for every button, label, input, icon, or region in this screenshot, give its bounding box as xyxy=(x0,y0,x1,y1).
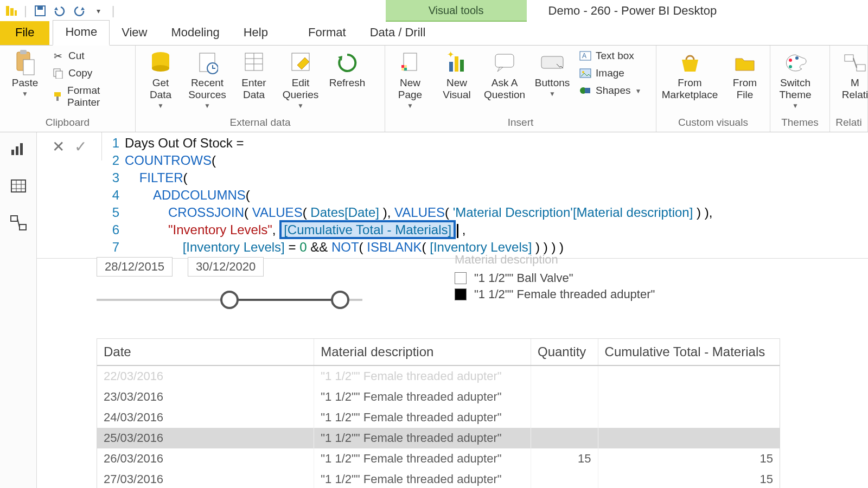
col-header-quantity[interactable]: Quantity xyxy=(531,339,598,365)
group-label-themes: Themes xyxy=(770,115,829,132)
get-data-label: Get Data xyxy=(150,77,171,101)
tab-file[interactable]: File xyxy=(0,21,49,45)
table-row[interactable]: 22/03/2016"1 1/2"" Female threaded adupt… xyxy=(97,365,780,387)
commit-formula-icon[interactable]: ✓ xyxy=(74,138,87,156)
redo-icon[interactable] xyxy=(73,4,86,17)
palette-icon xyxy=(782,50,808,76)
tab-home[interactable]: Home xyxy=(53,20,110,46)
save-icon[interactable] xyxy=(34,4,47,17)
dax-editor[interactable]: 1Days Out Of Stock = 2COUNTROWS( 3 FILTE… xyxy=(102,132,868,258)
svg-rect-7 xyxy=(23,60,34,75)
tab-view[interactable]: View xyxy=(110,21,159,45)
refresh-button[interactable]: Refresh xyxy=(328,49,367,89)
chart-legend: Material description "1 1/2"" Ball Valve… xyxy=(455,253,655,304)
ask-question-button[interactable]: Ask A Question xyxy=(484,49,525,101)
chart-icon: ✦ xyxy=(444,50,470,76)
tab-format[interactable]: Format xyxy=(296,21,358,45)
group-custom-visuals: From Marketplace From File Custom visual… xyxy=(656,46,770,132)
chevron-down-icon: ▼ xyxy=(549,90,556,98)
slicer-end-date[interactable]: 30/12/2020 xyxy=(188,257,264,277)
buttons-button[interactable]: Buttons▼ xyxy=(533,49,572,98)
svg-rect-26 xyxy=(449,62,453,72)
title-bar: | ▾ | Visual tools Demo - 260 - Power BI… xyxy=(0,0,868,22)
group-label-external: External data xyxy=(136,115,385,132)
slider-handle-start[interactable] xyxy=(220,291,239,309)
svg-rect-30 xyxy=(495,54,514,67)
svg-point-39 xyxy=(789,65,792,68)
recent-sources-button[interactable]: Recent Sources▼ xyxy=(188,49,227,110)
enter-data-label: Enter Data xyxy=(241,77,266,101)
image-button[interactable]: Image xyxy=(579,67,641,79)
ask-question-label: Ask A Question xyxy=(484,77,525,101)
new-page-button[interactable]: New Page▼ xyxy=(391,49,430,110)
shapes-button[interactable]: Shapes ▼ xyxy=(579,85,641,97)
relationships-icon xyxy=(842,50,868,76)
format-painter-label: Format Painter xyxy=(67,85,130,108)
svg-rect-11 xyxy=(56,97,59,101)
tab-data-drill[interactable]: Data / Drill xyxy=(358,21,438,45)
col-header-date[interactable]: Date xyxy=(97,339,314,365)
col-header-material[interactable]: Material description xyxy=(314,339,531,365)
group-label-custom: Custom visuals xyxy=(656,115,770,132)
group-label-relationships: Relati xyxy=(830,115,867,132)
from-file-button[interactable]: From File xyxy=(725,49,764,101)
edit-queries-label: Edit Queries xyxy=(283,77,319,101)
table-row[interactable]: 27/03/2016"1 1/2"" Female threaded adupt… xyxy=(97,469,780,488)
textbox-icon: A xyxy=(579,50,591,62)
qat-dropdown-icon[interactable]: ▾ xyxy=(92,4,105,17)
svg-point-35 xyxy=(582,71,584,73)
svg-rect-24 xyxy=(401,65,404,68)
chevron-down-icon: ▼ xyxy=(157,102,164,110)
legend-item-1[interactable]: "1 1/2"" Ball Valve" xyxy=(474,271,573,285)
date-range-slider[interactable] xyxy=(97,292,362,308)
switch-theme-button[interactable]: Switch Theme▼ xyxy=(776,49,815,110)
svg-rect-9 xyxy=(56,71,62,79)
legend-swatch[interactable] xyxy=(455,272,467,284)
ribbon: Paste ▼ ✂Cut Copy Format Painter Clipboa… xyxy=(0,46,868,132)
formula-bar[interactable]: ✕ ✓ 1Days Out Of Stock = 2COUNTROWS( 3 F… xyxy=(37,132,868,259)
cancel-formula-icon[interactable]: ✕ xyxy=(52,138,65,156)
svg-rect-4 xyxy=(37,6,43,10)
date-slicer[interactable]: 28/12/2015 30/12/2020 xyxy=(97,257,362,308)
from-marketplace-button[interactable]: From Marketplace xyxy=(662,49,718,101)
svg-rect-44 xyxy=(11,150,14,155)
image-label: Image xyxy=(596,67,624,79)
legend-swatch[interactable] xyxy=(455,288,467,300)
slicer-start-date[interactable]: 28/12/2015 xyxy=(97,257,173,277)
svg-rect-47 xyxy=(11,180,25,192)
table-row[interactable]: 26/03/2016"1 1/2"" Female threaded adupt… xyxy=(97,448,780,469)
tab-modeling[interactable]: Modeling xyxy=(159,21,231,45)
undo-icon[interactable] xyxy=(53,4,66,17)
svg-rect-37 xyxy=(585,88,590,93)
report-view-icon[interactable] xyxy=(9,140,28,158)
format-painter-button[interactable]: Format Painter xyxy=(52,85,130,108)
copy-button[interactable]: Copy xyxy=(52,67,130,79)
model-view-icon[interactable] xyxy=(9,214,28,232)
legend-header: Material description xyxy=(455,253,655,267)
edit-queries-button[interactable]: Edit Queries▼ xyxy=(281,49,320,110)
table-visual[interactable]: Date Material description Quantity Cumul… xyxy=(97,338,780,488)
enter-data-button[interactable]: Enter Data xyxy=(234,49,273,101)
text-box-button[interactable]: AText box xyxy=(579,50,641,62)
table-row[interactable]: 23/03/2016"1 1/2"" Female threaded adupt… xyxy=(97,387,780,407)
paste-button[interactable]: Paste ▼ xyxy=(5,49,44,98)
legend-item-2[interactable]: "1 1/2"" Female threaded adupter" xyxy=(474,287,655,301)
data-view-icon[interactable] xyxy=(9,177,28,195)
col-header-cumulative[interactable]: Cumulative Total - Materials xyxy=(598,339,780,365)
svg-point-38 xyxy=(789,59,792,62)
paste-icon xyxy=(12,50,38,76)
new-visual-button[interactable]: ✦New Visual xyxy=(437,49,476,101)
slider-handle-end[interactable] xyxy=(331,291,349,309)
group-label-clipboard: Clipboard xyxy=(0,115,135,132)
svg-text:✦: ✦ xyxy=(447,51,454,59)
recent-icon xyxy=(194,50,220,76)
manage-relationships-button[interactable]: M Relati xyxy=(835,49,868,101)
get-data-button[interactable]: Get Data▼ xyxy=(141,49,180,110)
cut-button[interactable]: ✂Cut xyxy=(52,50,130,62)
paste-label: Paste xyxy=(12,77,39,89)
shapes-label: Shapes xyxy=(596,85,630,97)
table-row[interactable]: 24/03/2016"1 1/2"" Female threaded adupt… xyxy=(97,407,780,428)
table-row[interactable]: 25/03/2016"1 1/2"" Female threaded adupt… xyxy=(97,428,780,448)
chevron-down-icon: ▼ xyxy=(792,102,799,110)
tab-help[interactable]: Help xyxy=(232,21,280,45)
